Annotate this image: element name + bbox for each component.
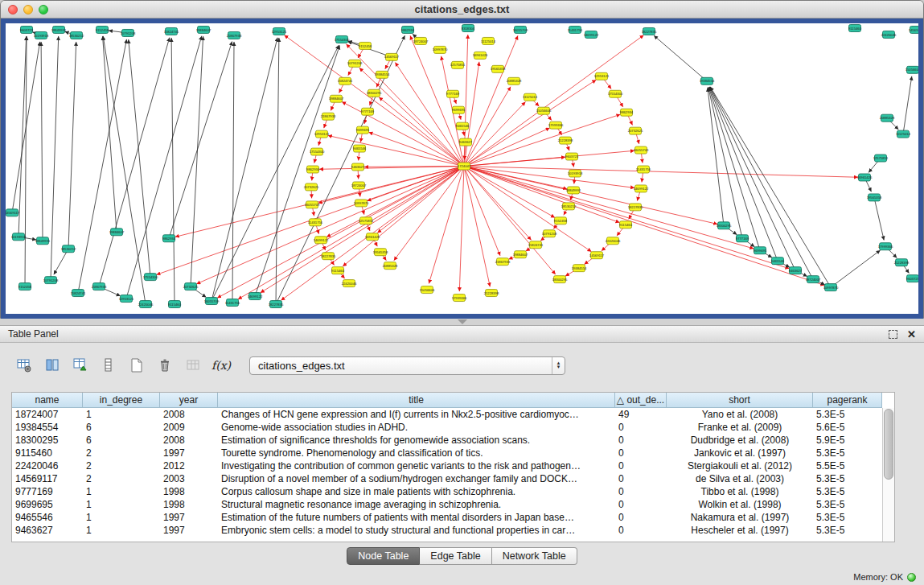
graph-node[interactable]: 10791208 xyxy=(43,277,59,284)
graph-node[interactable]: 15056606 xyxy=(536,107,552,114)
graph-node[interactable]: 18849991 xyxy=(566,187,581,194)
graph-node[interactable]: 18724007 xyxy=(413,37,429,44)
graph-node[interactable]: 16961426 xyxy=(473,51,488,59)
graph-node[interactable]: 18227835 xyxy=(642,27,657,35)
column-header-year[interactable]: year xyxy=(160,393,218,408)
close-panel-icon[interactable]: ✕ xyxy=(907,330,916,339)
function-icon[interactable]: f(x) xyxy=(210,355,232,376)
network-view[interactable]: 1724047915245810791208158247411988460721… xyxy=(6,23,918,314)
graph-node[interactable]: 22420046 xyxy=(342,280,357,287)
graph-node[interactable]: 12953121 xyxy=(594,72,610,80)
graph-node[interactable]: 19884607 xyxy=(109,229,125,236)
graph-node[interactable]: 22420046 xyxy=(881,31,897,38)
graph-node[interactable]: 22420046 xyxy=(138,301,154,308)
graph-node[interactable]: 9465546 xyxy=(771,257,785,265)
graph-node[interactable]: 20885328 xyxy=(507,77,522,84)
table-row[interactable]: 1938455462009Genome-wide association stu… xyxy=(12,421,894,434)
table-row[interactable]: 911546021997Tourette syndrome. Phenomeno… xyxy=(12,447,894,459)
graph-node[interactable]: 19884607 xyxy=(513,251,528,258)
graph-node[interactable]: 9115460 xyxy=(848,24,862,31)
import-table-icon[interactable] xyxy=(69,355,92,376)
graph-node[interactable]: 15056606 xyxy=(906,66,918,73)
graph-node[interactable]: 14699122 xyxy=(634,185,649,192)
table-scrollbar[interactable] xyxy=(882,408,894,542)
graph-node[interactable]: 8318304 xyxy=(462,24,475,31)
graph-node[interactable]: 12575851 xyxy=(450,61,466,68)
table-row[interactable]: 946554611997Estimation of the future num… xyxy=(12,511,894,524)
graph-node[interactable]: 12575851 xyxy=(873,154,889,162)
graph-node[interactable]: 9603723 xyxy=(565,153,579,160)
splitter-handle-icon[interactable] xyxy=(458,319,467,324)
graph-node[interactable]: 15824741 xyxy=(164,27,179,35)
graph-node[interactable]: 19565358 xyxy=(491,65,506,72)
graph-node[interactable]: 15824741 xyxy=(338,77,353,84)
graph-node[interactable]: 17999366 xyxy=(878,243,893,250)
graph-node[interactable]: 15824741 xyxy=(71,290,86,297)
graph-node[interactable]: 9463627 xyxy=(789,267,803,274)
graph-node[interactable]: 21867933 xyxy=(495,258,511,266)
tab-node-table[interactable]: Node Table xyxy=(347,547,420,565)
graph-node[interactable]: 18530212 xyxy=(61,245,76,253)
graph-node[interactable]: 10791208 xyxy=(542,230,557,237)
graph-node[interactable]: 16055709 xyxy=(513,26,528,33)
graph-node[interactable]: 15824741 xyxy=(528,241,544,249)
graph-node[interactable]: 18530212 xyxy=(69,31,84,39)
graph-node[interactable]: 9862934 xyxy=(620,109,634,116)
graph-node[interactable]: 14699122 xyxy=(314,237,329,244)
graph-node[interactable]: 14699122 xyxy=(248,293,263,300)
graph-node[interactable]: 20885328 xyxy=(383,262,398,270)
table-row[interactable]: 1872400712008Changes of HCN gene express… xyxy=(12,408,894,421)
graph-node[interactable]: 20732625 xyxy=(304,183,319,191)
graph-node[interactable]: 14569117 xyxy=(6,209,20,216)
graph-node[interactable]: 19384554 xyxy=(375,71,390,78)
graph-node[interactable]: 17554300 xyxy=(608,90,623,97)
graph-node[interactable]: 12953121 xyxy=(119,295,134,303)
graph-node[interactable]: 17999366 xyxy=(548,122,564,129)
panel-splitter[interactable] xyxy=(0,319,924,325)
table-row[interactable]: 977716911998Corpus callosum shape and si… xyxy=(12,485,894,498)
graph-node[interactable]: 18849991 xyxy=(35,237,51,245)
graph-node[interactable]: 9699695 xyxy=(754,247,767,254)
graph-node[interactable]: 11431756 xyxy=(636,166,651,173)
table-settings-icon[interactable] xyxy=(13,355,35,376)
graph-node[interactable]: 9115460 xyxy=(168,301,182,308)
graph-node[interactable]: 10997870 xyxy=(823,284,839,291)
graph-node[interactable]: 10193918 xyxy=(34,31,49,39)
graph-node[interactable]: 11125014 xyxy=(523,93,538,101)
graph-node[interactable]: 14569117 xyxy=(384,53,400,60)
graph-node[interactable]: 16961426 xyxy=(365,233,380,241)
graph-node[interactable]: 18227835 xyxy=(321,253,336,260)
column-header-name[interactable]: name xyxy=(12,393,83,408)
graph-node[interactable]: 11125014 xyxy=(896,130,911,138)
graph-node[interactable]: 18530212 xyxy=(561,203,577,210)
graph-node[interactable]: 9463627 xyxy=(351,163,365,171)
table-row[interactable]: 1456911722003Disruption of a novel membe… xyxy=(12,472,894,485)
graph-node[interactable]: 16055709 xyxy=(305,201,320,208)
graph-node[interactable]: 10791208 xyxy=(121,29,136,36)
graph-node[interactable]: 18300295 xyxy=(367,89,382,97)
graph-node[interactable]: 9862934 xyxy=(162,235,176,242)
table-row[interactable]: 969969511998Structural magnetic resonanc… xyxy=(12,498,894,511)
float-panel-icon[interactable] xyxy=(889,330,897,339)
column-header-title[interactable]: title xyxy=(218,393,615,408)
graph-node[interactable]: 16055709 xyxy=(634,146,649,154)
graph-node[interactable]: 15056606 xyxy=(420,286,435,294)
close-window-button[interactable] xyxy=(8,5,18,14)
graph-node[interactable]: 19884607 xyxy=(329,95,344,102)
graph-node[interactable]: 10997870 xyxy=(354,200,369,207)
window-titlebar[interactable]: citations_edges.txt xyxy=(1,1,923,19)
graph-node[interactable]: 9777169 xyxy=(361,108,375,115)
zoom-window-button[interactable] xyxy=(39,5,48,14)
graph-node[interactable]: 9465546 xyxy=(456,122,470,130)
graph-node[interactable]: 9152458 xyxy=(96,26,109,33)
graph-node[interactable]: 17554300 xyxy=(310,148,325,155)
graph-node[interactable]: 9152458 xyxy=(554,217,568,225)
column-header-short[interactable]: short xyxy=(667,393,813,408)
graph-node[interactable]: 9115460 xyxy=(619,221,633,229)
graph-node[interactable]: 18227835 xyxy=(628,204,643,211)
graph-node[interactable]: 9603723 xyxy=(20,26,34,33)
graph-node[interactable]: 11431756 xyxy=(568,26,583,33)
graph-node[interactable]: 20885328 xyxy=(880,114,895,122)
graph-node[interactable]: 18300295 xyxy=(552,276,568,283)
minimize-window-button[interactable] xyxy=(23,5,33,14)
